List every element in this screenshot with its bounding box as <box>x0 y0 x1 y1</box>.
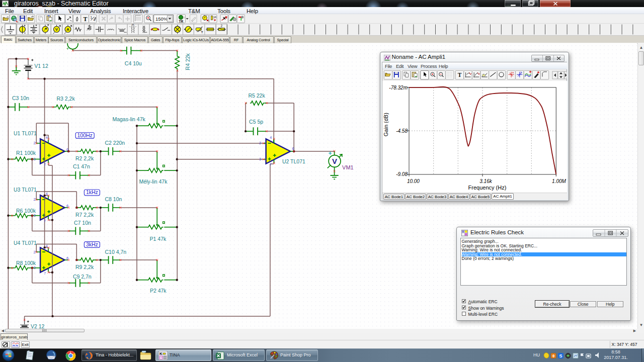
svg-text:R8 100k: R8 100k <box>16 260 36 266</box>
svg-text:-78.32m: -78.32m <box>389 84 408 90</box>
svg-text:-4.58: -4.58 <box>396 128 408 133</box>
svg-text:4: 4 <box>270 136 272 139</box>
svg-text:Mély-lin 47k: Mély-lin 47k <box>139 178 168 185</box>
svg-text:-9.08: -9.08 <box>396 171 408 177</box>
svg-text:U1 TL071: U1 TL071 <box>14 130 37 136</box>
svg-text:150%: 150% <box>155 16 168 22</box>
svg-text:R4 22k: R4 22k <box>185 53 191 70</box>
svg-text:P2 47k: P2 47k <box>150 287 167 293</box>
svg-text:3: 3 <box>34 213 36 218</box>
svg-text:6: 6 <box>66 256 68 260</box>
svg-text:V1 12: V1 12 <box>34 63 48 69</box>
svg-text:2: 2 <box>34 141 36 145</box>
svg-text:1K: 1K <box>213 16 217 19</box>
svg-text:C4 10u: C4 10u <box>125 60 142 66</box>
svg-text:R6 100k: R6 100k <box>16 208 36 214</box>
svg-text:U2 TL071: U2 TL071 <box>282 158 305 164</box>
svg-text:3kHz: 3kHz <box>86 241 98 247</box>
svg-text:2: 2 <box>34 249 36 254</box>
svg-text:C8 10n: C8 10n <box>105 196 122 202</box>
svg-text:V: V <box>55 27 58 32</box>
svg-text:V: V <box>332 157 337 165</box>
svg-text:+: + <box>66 46 69 51</box>
svg-text:4: 4 <box>46 136 48 139</box>
svg-text:3: 3 <box>34 265 36 270</box>
svg-text:7: 7 <box>44 272 46 275</box>
svg-text:3: 3 <box>34 157 36 161</box>
svg-text:C2 220n: C2 220n <box>105 140 125 146</box>
svg-text:Magas-lin 47k: Magas-lin 47k <box>112 116 145 122</box>
svg-text:6: 6 <box>66 203 68 208</box>
svg-text:1kHz: 1kHz <box>86 189 98 195</box>
svg-text:K: K <box>159 351 163 356</box>
svg-text:C10 4,7n: C10 4,7n <box>105 248 127 254</box>
svg-text:3.16k: 3.16k <box>479 178 492 184</box>
svg-text:R3 2,2k: R3 2,2k <box>57 96 75 102</box>
svg-text:U4 TL071: U4 TL071 <box>14 240 37 246</box>
svg-text:C1 47n: C1 47n <box>73 163 90 169</box>
svg-text:Gain (dB): Gain (dB) <box>383 113 389 136</box>
svg-text:10.00: 10.00 <box>407 178 420 184</box>
svg-text:R1 100k: R1 100k <box>16 150 36 156</box>
svg-text:3: 3 <box>259 157 261 161</box>
svg-text:P1 47k: P1 47k <box>150 236 167 242</box>
svg-text:T: T <box>201 30 203 33</box>
svg-text:C5 5p: C5 5p <box>249 119 263 125</box>
svg-text:V2 12: V2 12 <box>31 323 45 329</box>
svg-text:VM1: VM1 <box>342 164 354 170</box>
svg-text:R7 2,2k: R7 2,2k <box>75 212 94 218</box>
svg-text:1.00M: 1.00M <box>552 178 566 184</box>
svg-text:1: 1 <box>91 16 93 19</box>
svg-text:R2 2,2k: R2 2,2k <box>75 155 94 161</box>
svg-text:2: 2 <box>259 141 261 145</box>
svg-text:Frequency (Hz): Frequency (Hz) <box>468 185 507 191</box>
svg-text:C3 10n: C3 10n <box>12 95 29 101</box>
svg-text:U3 TL071: U3 TL071 <box>14 187 37 193</box>
svg-text:M: M <box>132 24 134 26</box>
svg-text:C7 10n: C7 10n <box>74 220 91 226</box>
svg-text:7: 7 <box>270 162 272 166</box>
svg-text:4: 4 <box>46 244 48 248</box>
svg-text:7: 7 <box>44 219 46 222</box>
svg-text:100Hz: 100Hz <box>77 132 93 138</box>
svg-text:R5 22k: R5 22k <box>248 93 265 99</box>
svg-text:7: 7 <box>44 162 46 166</box>
svg-text:4: 4 <box>46 192 48 196</box>
svg-text:C9 2,7n: C9 2,7n <box>73 273 92 279</box>
svg-text:6: 6 <box>292 146 294 151</box>
svg-text:S: S <box>559 353 562 358</box>
svg-text:2: 2 <box>34 197 36 202</box>
svg-text:A: A <box>66 27 69 32</box>
svg-text:6: 6 <box>66 147 68 151</box>
svg-text:R9 2,2k: R9 2,2k <box>75 264 94 270</box>
svg-text:T: T <box>83 16 87 23</box>
svg-text:TR: TR <box>179 20 184 23</box>
svg-text:2: 2 <box>221 24 223 27</box>
